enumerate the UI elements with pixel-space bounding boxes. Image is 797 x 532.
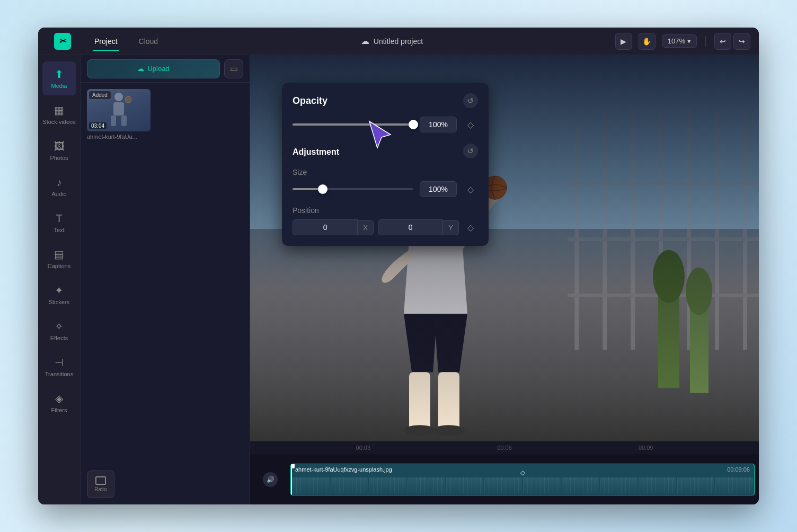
sidebar-label-photos: Photos — [50, 155, 68, 161]
adjustment-reset-button[interactable]: ↺ — [463, 144, 478, 158]
track-duration: 00:09:06 — [727, 466, 750, 473]
playhead[interactable] — [291, 464, 292, 495]
pos-y-label: Y — [443, 220, 459, 235]
svg-rect-3 — [121, 116, 127, 126]
svg-rect-7 — [631, 111, 635, 350]
frame-8 — [562, 477, 599, 494]
main-content: ⬆ Media ▦ Stock videos 🖼 Photos ♪ Audio … — [38, 55, 759, 504]
size-slider-thumb[interactable] — [318, 184, 327, 194]
svg-point-0 — [114, 93, 123, 101]
app-logo[interactable]: ✂ — [54, 33, 71, 50]
media-thumbnail: Added 03:04 — [87, 89, 150, 131]
opacity-reset-button[interactable]: ↺ — [463, 93, 478, 108]
text-icon: T — [56, 212, 62, 225]
sidebar-item-filters[interactable]: ◈ Filters — [42, 386, 76, 420]
opacity-slider-track[interactable] — [293, 123, 413, 126]
position-keyframe-button[interactable]: ◇ — [463, 220, 478, 235]
top-tabs: Project Cloud — [84, 33, 169, 50]
size-slider-track[interactable] — [293, 188, 413, 190]
frame-11 — [677, 477, 715, 494]
pos-x-label: X — [358, 220, 374, 235]
position-label: Position — [293, 206, 319, 215]
timeline-area: 00:03 00:06 00:09 🔊 ahmet-kurt-9faUuqfxz… — [250, 441, 759, 504]
media-item[interactable]: Added 03:04 ahmet-kurt-9faUu... — [87, 89, 243, 140]
panel-toolbar: ☁ Upload ▭ — [81, 55, 250, 83]
adjustment-title: Adjustment — [293, 147, 339, 157]
frame-7 — [523, 477, 561, 494]
opacity-value-display: 100% — [420, 117, 457, 132]
sidebar-item-text[interactable]: T Text — [42, 206, 76, 240]
sidebar-item-stickers[interactable]: ✦ Stickers — [42, 278, 76, 312]
opacity-title: Opacity — [293, 95, 327, 107]
media-duration: 03:04 — [89, 122, 107, 129]
stickers-icon: ✦ — [55, 284, 64, 297]
position-section: Position — [293, 206, 478, 215]
media-icon: ⬆ — [55, 68, 64, 81]
sidebar-item-effects[interactable]: ✧ Effects — [42, 314, 76, 348]
upload-button[interactable]: ☁ Upload — [87, 59, 220, 78]
svg-point-4 — [125, 96, 131, 103]
ratio-panel: Ratio — [81, 471, 250, 504]
frame-6 — [484, 477, 522, 494]
media-filename: ahmet-kurt-9faUu... — [87, 134, 150, 140]
sidebar-label-media: Media — [51, 83, 67, 89]
zoom-level: 107% — [668, 37, 685, 45]
svg-point-25 — [686, 268, 712, 315]
redo-button[interactable]: ↪ — [733, 33, 750, 50]
cloud-icon: ☁ — [361, 36, 369, 46]
sidebar-label-audio: Audio — [51, 191, 66, 197]
frame-9 — [600, 477, 637, 494]
track-frames — [291, 476, 754, 495]
sidebar-item-stock[interactable]: ▦ Stock videos — [42, 97, 76, 131]
sidebar-label-stock: Stock videos — [42, 119, 75, 125]
top-bar: ✂ Project Cloud ☁ Untitled project ▶ ✋ 1… — [38, 28, 759, 55]
sidebar-item-transitions[interactable]: ⊣ Transitions — [42, 350, 76, 384]
filters-icon: ◈ — [55, 392, 63, 405]
preview-video: Opacity ↺ 100% ◇ Adjustment ↺ — [250, 55, 759, 441]
pos-y-value[interactable]: 0 — [378, 219, 443, 235]
tab-project[interactable]: Project — [84, 33, 128, 50]
svg-rect-17 — [409, 372, 430, 430]
audio-icon: ♪ — [57, 176, 62, 189]
undo-button[interactable]: ↩ — [714, 33, 731, 50]
track-strip[interactable]: ahmet-kurt-9faUuqfxzvg-unsplash.jpg 00:0… — [290, 464, 755, 495]
opacity-keyframe-button[interactable]: ◇ — [463, 117, 478, 132]
svg-rect-6 — [603, 111, 607, 350]
timeline-tracks: 🔊 ahmet-kurt-9faUuqfxzvg-unsplash.jpg 00… — [250, 454, 759, 504]
size-section: Size — [293, 167, 478, 177]
sidebar-label-effects: Effects — [50, 335, 68, 341]
sidebar-label-captions: Captions — [48, 263, 70, 269]
position-y-input: 0 Y — [378, 219, 459, 235]
tab-cloud[interactable]: Cloud — [128, 33, 169, 50]
sidebar-item-media[interactable]: ⬆ Media — [42, 61, 76, 95]
frame-4 — [408, 477, 445, 494]
size-label: Size — [293, 168, 307, 176]
audio-icon: 🔊 — [267, 476, 274, 483]
hand-tool-button[interactable]: ✋ — [639, 33, 656, 50]
svg-point-23 — [653, 250, 685, 303]
opacity-slider-thumb[interactable] — [409, 120, 418, 129]
play-button[interactable]: ▶ — [615, 33, 632, 50]
sidebar-item-captions[interactable]: ▤ Captions — [42, 242, 76, 276]
sidebar-item-photos[interactable]: 🖼 Photos — [42, 134, 76, 167]
pos-x-value[interactable]: 0 — [293, 219, 358, 235]
size-keyframe-button[interactable]: ◇ — [463, 182, 478, 197]
ratio-button[interactable]: Ratio — [87, 471, 114, 498]
ruler-mark-1: 00:03 — [356, 445, 371, 451]
playhead-head — [290, 464, 295, 468]
panel-area: ☁ Upload ▭ — [81, 55, 250, 504]
audio-toggle-button[interactable]: 🔊 — [263, 472, 278, 487]
zoom-control[interactable]: 107% ▾ — [662, 34, 697, 48]
device-button[interactable]: ▭ — [224, 59, 243, 78]
sidebar-label-stickers: Stickers — [49, 299, 69, 305]
sidebar-item-audio[interactable]: ♪ Audio — [42, 170, 76, 203]
video-track[interactable]: ahmet-kurt-9faUuqfxzvg-unsplash.jpg 00:0… — [290, 464, 755, 495]
size-slider-row: 100% ◇ — [293, 181, 478, 197]
added-badge: Added — [89, 91, 111, 99]
divider — [705, 36, 706, 47]
logo-area: ✂ — [47, 33, 78, 50]
captions-icon: ▤ — [54, 248, 64, 261]
panel-content: Added 03:04 ahmet-kurt-9faUu... — [81, 83, 250, 471]
cursor-svg — [367, 119, 393, 150]
preview-area: Opacity ↺ 100% ◇ Adjustment ↺ — [250, 55, 759, 504]
